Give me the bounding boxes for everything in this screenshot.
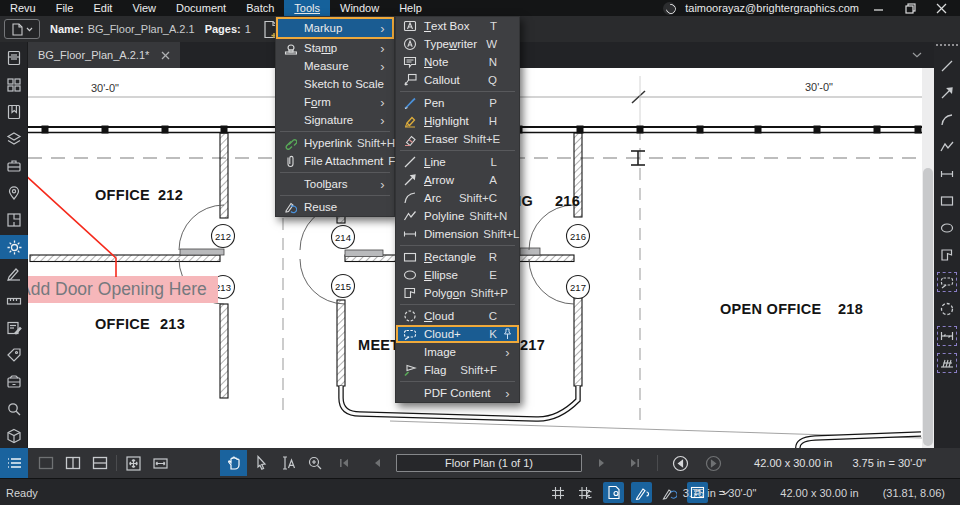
ellipse-tool-icon[interactable]: [937, 218, 957, 238]
tab-floor-plan[interactable]: BG_Floor_Plan_A.2.1*: [28, 42, 180, 68]
snap-content-toggle-icon[interactable]: [603, 482, 624, 503]
submenu-item-arc[interactable]: Arc Shift+C: [396, 189, 519, 207]
menu-item-measure[interactable]: Measure: [276, 57, 394, 75]
menu-file[interactable]: File: [46, 0, 84, 16]
menu-item-stamp[interactable]: Stamp: [276, 39, 394, 57]
search-panel-icon[interactable]: [0, 397, 28, 421]
submenu-item-eraser[interactable]: Eraser Shift+E: [396, 130, 519, 148]
cloud-plus-tool-icon[interactable]: [937, 272, 957, 292]
scrollbar-thumb[interactable]: [923, 168, 933, 446]
select-text-button[interactable]: [274, 450, 301, 476]
dimension-tool-icon[interactable]: [937, 164, 957, 184]
layers-panel-icon[interactable]: [0, 127, 28, 151]
restore-button[interactable]: [899, 0, 921, 16]
markups-list-panel-icon[interactable]: [0, 316, 28, 340]
minimize-button[interactable]: [868, 0, 890, 16]
submenu-item-arrow[interactable]: Arrow A: [396, 171, 519, 189]
bookmarks-panel-icon[interactable]: [0, 100, 28, 124]
fit-width-icon[interactable]: [147, 450, 174, 476]
polygon-tool-icon[interactable]: [937, 245, 957, 265]
menu-tools[interactable]: Tools: [284, 0, 330, 16]
links-panel-icon[interactable]: [0, 424, 28, 448]
cloud-tool-icon[interactable]: [937, 299, 957, 319]
reuse-markup-toggle-icon[interactable]: [659, 482, 680, 503]
arc-tool-icon[interactable]: [937, 110, 957, 130]
3d-model-panel-icon[interactable]: [0, 370, 28, 394]
menu-item-reuse[interactable]: Reuse: [276, 198, 394, 216]
submenu-item-pdf-content[interactable]: PDF Content: [396, 384, 519, 402]
properties-panel-icon[interactable]: [0, 235, 28, 259]
select-tool-button[interactable]: [247, 450, 274, 476]
document-menu-button[interactable]: [4, 19, 40, 39]
menu-batch[interactable]: Batch: [236, 0, 284, 16]
line-tool-icon[interactable]: [937, 56, 957, 76]
submenu-item-ellipse[interactable]: Ellipse E: [396, 266, 519, 284]
submenu-item-pen[interactable]: Pen P: [396, 94, 519, 112]
split-vertical-icon[interactable]: [59, 450, 86, 476]
grid-toggle-icon[interactable]: [547, 482, 568, 503]
submenu-item-flag[interactable]: Flag Shift+F: [396, 361, 519, 379]
submenu-item-polyline[interactable]: Polyline Shift+N: [396, 207, 519, 225]
tab-close-icon[interactable]: [161, 51, 170, 60]
spaces-panel-icon[interactable]: [0, 208, 28, 232]
menu-item-file-attachment[interactable]: File Attachment F: [276, 152, 394, 170]
vertical-scrollbar[interactable]: [922, 68, 934, 448]
fit-page-icon[interactable]: [120, 450, 147, 476]
menu-help[interactable]: Help: [389, 0, 432, 16]
submenu-item-rectangle[interactable]: Rectangle R: [396, 248, 519, 266]
menu-item-sketch-to-scale[interactable]: Sketch to Scale: [276, 75, 394, 93]
polyline-tool-icon[interactable]: [937, 137, 957, 157]
submenu-item-line[interactable]: Line L: [396, 153, 519, 171]
thumbnails-panel-icon[interactable]: [0, 73, 28, 97]
submenu-item-text-box[interactable]: Text Box T: [396, 17, 519, 35]
account-email[interactable]: taimoorayaz@brightergraphics.com: [685, 2, 859, 14]
page-navigation-field[interactable]: Floor Plan (1 of 1): [396, 454, 582, 472]
submenu-item-polygon[interactable]: Polygon Shift+P: [396, 284, 519, 302]
next-page-button[interactable]: [588, 450, 615, 476]
places-panel-icon[interactable]: [0, 181, 28, 205]
submenu-item-dimension[interactable]: Dimension Shift+L: [396, 225, 519, 243]
menu-item-form[interactable]: Form: [276, 93, 394, 111]
tool-chest-panel-icon[interactable]: [0, 154, 28, 178]
menu-document[interactable]: Document: [166, 0, 236, 16]
submenu-item-typewriter[interactable]: Typewriter W: [396, 35, 519, 53]
menu-window[interactable]: Window: [330, 0, 389, 16]
previous-page-button[interactable]: [363, 450, 390, 476]
single-pane-icon[interactable]: [32, 450, 59, 476]
last-page-button[interactable]: [621, 450, 648, 476]
menu-item-toolbars[interactable]: Toolbars: [276, 175, 394, 193]
snap-grid-toggle-icon[interactable]: [575, 482, 596, 503]
door-opening-annotation[interactable]: Add Door Opening Here: [28, 163, 218, 303]
submenu-item-highlight[interactable]: Highlight H: [396, 112, 519, 130]
panel-collapse-chevron-icon[interactable]: [912, 52, 922, 58]
area-measure-tool-icon[interactable]: [937, 353, 957, 373]
length-measure-tool-icon[interactable]: [937, 326, 957, 346]
menu-revu[interactable]: Revu: [0, 0, 46, 16]
tags-panel-icon[interactable]: [0, 343, 28, 367]
markups-list-toggle-button[interactable]: [0, 448, 28, 478]
submenu-item-image[interactable]: Image: [396, 343, 519, 361]
rectangle-tool-icon[interactable]: [937, 191, 957, 211]
submenu-item-cloud-plus[interactable]: Cloud+ K: [396, 325, 519, 343]
file-access-panel-icon[interactable]: [0, 46, 28, 70]
signatures-panel-icon[interactable]: [0, 262, 28, 286]
pan-tool-button[interactable]: [220, 450, 247, 476]
submenu-item-cloud[interactable]: Cloud C: [396, 307, 519, 325]
zoom-tool-button[interactable]: [301, 450, 328, 476]
close-button[interactable]: [930, 0, 952, 16]
submenu-item-callout[interactable]: Callout Q: [396, 71, 519, 89]
menu-item-markup[interactable]: Markup: [276, 17, 394, 39]
first-page-button[interactable]: [330, 450, 357, 476]
menu-view[interactable]: View: [122, 0, 166, 16]
toolbar-drag-handle[interactable]: [936, 44, 958, 46]
measurements-panel-icon[interactable]: [0, 289, 28, 313]
previous-view-button[interactable]: [667, 450, 694, 476]
next-view-button[interactable]: [700, 450, 727, 476]
menu-edit[interactable]: Edit: [83, 0, 122, 16]
menu-item-hyperlink[interactable]: Hyperlink Shift+H: [276, 134, 394, 152]
menu-item-signature[interactable]: Signature: [276, 111, 394, 129]
snap-markup-toggle-icon[interactable]: [631, 482, 652, 503]
submenu-item-note[interactable]: Note N: [396, 53, 519, 71]
arrow-tool-icon[interactable]: [937, 83, 957, 103]
split-horizontal-icon[interactable]: [86, 450, 113, 476]
